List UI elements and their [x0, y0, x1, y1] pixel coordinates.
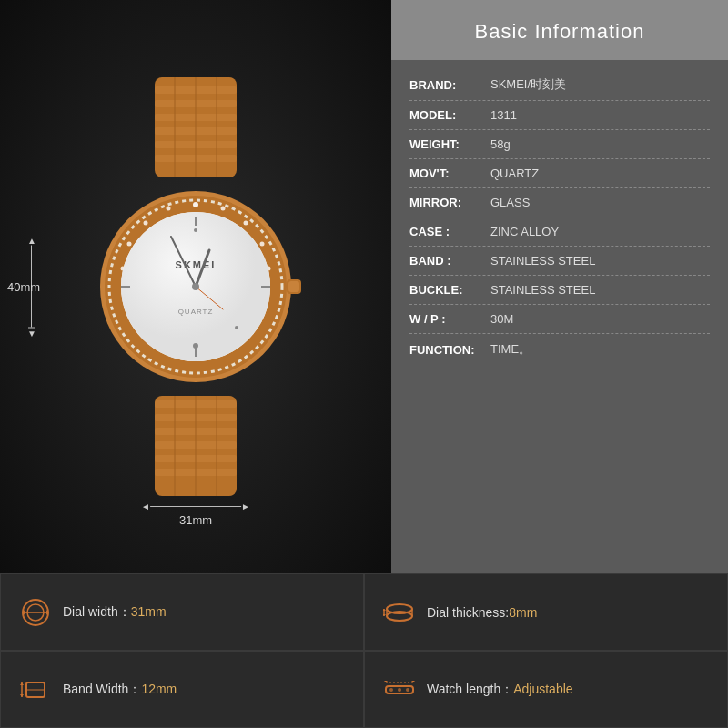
spec-label: BAND : [410, 254, 487, 268]
spec-label: CASE : [410, 225, 487, 238]
dial-width-icon [19, 596, 52, 629]
svg-point-78 [406, 688, 410, 692]
info-row: BAND : STAINLESS STEEL [410, 247, 710, 276]
spec-label: BRAND: [410, 78, 487, 92]
svg-point-41 [194, 228, 197, 232]
svg-text:QUARTZ: QUARTZ [178, 308, 214, 316]
spec-value: TIME。 [490, 341, 531, 358]
dimension-31mm-label: 31mm [179, 511, 212, 528]
dial-width-text: Dial width：31mm [63, 604, 167, 621]
dial-thickness-text: Dial thickness:8mm [427, 605, 537, 620]
svg-point-13 [193, 202, 198, 207]
spec-value: 58g [490, 137, 511, 151]
spec-label: BUCKLE: [410, 283, 487, 297]
spec-value: ZINC ALLOY [490, 225, 559, 238]
info-row: CASE : ZINC ALLOY [410, 217, 710, 247]
top-section: ▲ ▼ 40mm [0, 0, 728, 573]
svg-point-77 [398, 688, 401, 692]
svg-rect-32 [288, 281, 299, 292]
bottom-cell-dial-thickness: Dial thickness:8mm [364, 573, 728, 651]
band-width-text: Band Width：12mm [63, 682, 177, 698]
spec-value: STAINLESS STEEL [490, 283, 595, 297]
spec-label: MOV'T: [410, 167, 487, 180]
info-row: MOV'T: QUARTZ [410, 159, 710, 188]
svg-point-47 [192, 283, 199, 290]
svg-point-43 [235, 326, 238, 329]
spec-label: FUNCTION: [410, 343, 487, 357]
spec-label: MIRROR: [410, 196, 487, 209]
svg-point-76 [389, 688, 393, 692]
spec-value: QUARTZ [490, 167, 539, 180]
info-body: BRAND: SKMEI/时刻美 MODEL: 1311 WEIGHT: 58g… [391, 60, 728, 573]
svg-point-28 [127, 242, 132, 247]
dimension-31mm-container: ◄ ► [141, 501, 250, 511]
svg-marker-73 [20, 682, 24, 685]
info-header: Basic Information [391, 0, 728, 60]
svg-point-29 [144, 221, 148, 226]
info-row: FUNCTION: TIME。 [410, 334, 710, 365]
svg-point-16 [260, 242, 265, 247]
spec-label: W / P : [410, 312, 487, 326]
spec-value: STAINLESS STEEL [490, 254, 595, 268]
svg-point-14 [221, 207, 226, 211]
spec-value: GLASS [490, 196, 530, 209]
spec-label: MODEL: [410, 108, 487, 122]
bottom-cell-dial-width: Dial width：31mm [0, 573, 364, 651]
info-row: BUCKLE: STAINLESS STEEL [410, 276, 710, 305]
info-row: MIRROR: GLASS [410, 188, 710, 217]
watch-length-icon [383, 673, 416, 706]
info-row: WEIGHT: 58g [410, 130, 710, 159]
info-title: Basic Information [410, 20, 710, 44]
bottom-section: Dial width：31mm Dial thickness:8mm [0, 573, 728, 728]
watch-image: SKMEI QUARTZ [68, 77, 323, 496]
svg-point-15 [244, 221, 248, 226]
bottom-cell-band-width: Band Width：12mm [0, 651, 364, 728]
svg-point-30 [167, 207, 171, 211]
info-row: MODEL: 1311 [410, 101, 710, 130]
band-width-icon [19, 673, 52, 706]
dimension-40mm-label: 40mm [7, 278, 40, 295]
watch-area: ▲ ▼ 40mm [0, 0, 391, 573]
spec-value: SKMEI/时刻美 [490, 76, 566, 93]
dial-thickness-icon [383, 596, 416, 629]
bottom-cell-watch-length: Watch length：Adjustable [364, 651, 728, 728]
svg-point-42 [193, 343, 198, 349]
spec-label: WEIGHT: [410, 137, 487, 151]
main-container: ▲ ▼ 40mm [0, 0, 728, 728]
svg-marker-74 [20, 694, 24, 697]
spec-value: 30M [490, 312, 513, 326]
info-row: BRAND: SKMEI/时刻美 [410, 69, 710, 101]
svg-text:SKMEI: SKMEI [176, 259, 217, 270]
info-row: W / P : 30M [410, 305, 710, 334]
spec-value: 1311 [490, 108, 517, 122]
info-panel: Basic Information BRAND: SKMEI/时刻美 MODEL… [391, 0, 728, 573]
watch-length-text: Watch length：Adjustable [427, 682, 573, 698]
